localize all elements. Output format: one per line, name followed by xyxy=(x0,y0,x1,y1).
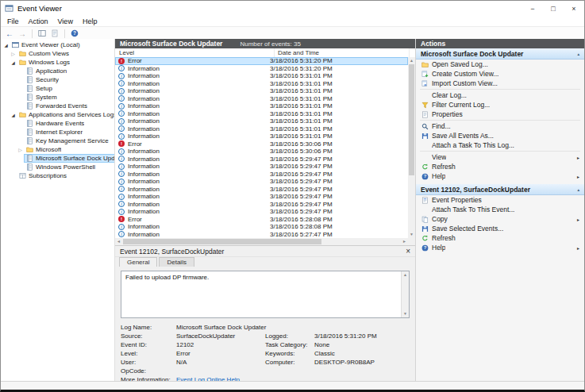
action-attach-task-to-this-event[interactable]: Attach Task To This Event... xyxy=(416,205,584,214)
menu-file[interactable]: File xyxy=(2,17,24,25)
event-row[interactable]: iInformation3/18/2016 5:29:47 PM xyxy=(115,156,408,163)
tree-expanded-arrow-icon[interactable]: ◢ xyxy=(2,43,10,48)
event-row[interactable]: iInformation3/18/2016 5:28:08 PM xyxy=(115,223,408,231)
scroll-up-icon[interactable]: ▲ xyxy=(408,57,415,64)
tree-collapsed-arrow-icon[interactable]: ▷ xyxy=(17,147,24,152)
tree-item-application[interactable]: Application xyxy=(1,67,114,75)
help-icon[interactable]: ? xyxy=(70,29,79,38)
event-description[interactable]: Failed to upload DP firmware. ▲ ▼ xyxy=(121,271,410,318)
action-import-custom-view[interactable]: Import Custom View... xyxy=(416,79,584,88)
action-event-properties[interactable]: Event Properties xyxy=(416,195,584,205)
close-preview-icon[interactable]: × xyxy=(406,246,410,256)
tree-item-core[interactable]: Setup xyxy=(24,84,55,93)
menu-help[interactable]: Help xyxy=(78,17,102,25)
scroll-down-icon[interactable]: ▼ xyxy=(408,231,415,238)
event-row[interactable]: iInformation3/18/2016 5:31:01 PM xyxy=(115,72,408,80)
tree-item-custom-views[interactable]: ▷Custom Views xyxy=(1,49,114,58)
event-row[interactable]: iInformation3/18/2016 5:31:01 PM xyxy=(115,110,408,118)
menu-view[interactable]: View xyxy=(53,17,78,25)
forward-icon[interactable]: → xyxy=(17,29,27,38)
action-view[interactable]: View▸ xyxy=(416,152,584,162)
tree-item-core[interactable]: Windows PowerShell xyxy=(24,163,98,171)
vertical-scrollbar-thumb[interactable] xyxy=(409,64,414,175)
action-save-selected-events[interactable]: Save Selected Events... xyxy=(416,224,584,233)
action-refresh[interactable]: Refresh xyxy=(416,233,584,243)
event-row[interactable]: iInformation3/18/2016 5:31:01 PM xyxy=(115,95,408,103)
action-properties[interactable]: Properties xyxy=(416,110,584,119)
tree-item-key-management-service[interactable]: Key Management Service xyxy=(1,136,114,145)
action-attach-a-task-to-this-log[interactable]: Attach a Task To This Log... xyxy=(416,140,584,150)
message-scrollbar[interactable]: ▲ ▼ xyxy=(401,271,409,317)
close-button[interactable]: × xyxy=(564,1,584,16)
tree-expanded-arrow-icon[interactable]: ◢ xyxy=(10,60,17,65)
tree-expanded-arrow-icon[interactable]: ◢ xyxy=(10,113,17,117)
tree-item-security[interactable]: Security xyxy=(1,75,114,84)
event-row[interactable]: iInformation3/18/2016 5:30:06 PM xyxy=(115,148,408,156)
scroll-up-icon[interactable]: ▲ xyxy=(402,271,409,279)
event-row[interactable]: iInformation3/18/2016 5:29:47 PM xyxy=(115,178,408,186)
titlebar[interactable]: Event Viewer − □ × xyxy=(1,1,584,17)
event-row[interactable]: iInformation3/18/2016 5:29:47 PM xyxy=(115,201,408,209)
tree-item-internet-explorer[interactable]: Internet Explorer xyxy=(1,128,114,136)
tree-item-setup[interactable]: Setup xyxy=(1,84,114,93)
export-list-icon[interactable] xyxy=(50,29,60,38)
tree-item-core[interactable]: Event Viewer (Local) xyxy=(10,40,83,49)
event-row[interactable]: !Error3/18/2016 5:28:08 PM xyxy=(115,216,408,224)
action-refresh[interactable]: Refresh xyxy=(416,162,584,171)
event-row[interactable]: iInformation3/18/2016 5:31:01 PM xyxy=(115,80,408,88)
actions-section-header-event-12102-surfacedockupdater[interactable]: Event 12102, SurfaceDockUpdater▴ xyxy=(416,184,584,195)
tree-item-core[interactable]: Forwarded Events xyxy=(24,102,90,110)
tree-item-microsoft-surface-dock-updater[interactable]: Microsoft Surface Dock Updater xyxy=(1,154,114,163)
actions-section-header-microsoft-surface-dock-updater[interactable]: Microsoft Surface Dock Updater▴ xyxy=(416,48,584,60)
back-icon[interactable]: ← xyxy=(5,29,14,38)
tree-item-system[interactable]: System xyxy=(1,93,114,102)
tree-item-event-viewer-local[interactable]: ◢Event Viewer (Local) xyxy=(1,40,114,49)
tree-item-applications-and-services-logs[interactable]: ◢Applications and Services Logs xyxy=(1,110,114,119)
maximize-button[interactable]: □ xyxy=(543,1,564,16)
action-help[interactable]: ?Help▸ xyxy=(416,171,584,181)
collapse-chevron-icon[interactable]: ▴ xyxy=(577,52,579,56)
tree-item-core[interactable]: System xyxy=(24,93,60,102)
action-help[interactable]: ?Help▸ xyxy=(416,243,584,252)
tree-item-hardware-events[interactable]: Hardware Events xyxy=(1,119,114,128)
event-row[interactable]: iInformation3/18/2016 5:29:47 PM xyxy=(115,163,408,171)
tree-item-core[interactable]: Applications and Services Logs xyxy=(17,110,115,119)
event-row[interactable]: iInformation3/18/2016 5:29:47 PM xyxy=(115,208,408,216)
event-row[interactable]: iInformation3/18/2016 5:29:47 PM xyxy=(115,171,408,179)
collapse-chevron-icon[interactable]: ▴ xyxy=(577,187,579,192)
tree-item-core[interactable]: Hardware Events xyxy=(24,119,87,128)
event-row[interactable]: iInformation3/18/2016 5:31:01 PM xyxy=(115,87,408,95)
event-row[interactable]: iInformation3/18/2016 5:29:47 PM xyxy=(115,193,408,201)
action-open-saved-log[interactable]: Open Saved Log... xyxy=(416,60,584,69)
minimize-button[interactable]: − xyxy=(522,1,543,16)
tree-item-windows-powershell[interactable]: Windows PowerShell xyxy=(1,163,114,171)
event-row[interactable]: iInformation3/18/2016 5:31:20 PM xyxy=(115,65,408,73)
event-row[interactable]: !Error3/18/2016 5:31:20 PM xyxy=(115,57,408,65)
event-row[interactable]: iInformation3/18/2016 5:27:47 PM xyxy=(115,231,408,239)
tree-item-forwarded-events[interactable]: Forwarded Events xyxy=(1,102,114,110)
vertical-scrollbar[interactable]: ▲ ▼ xyxy=(408,57,415,238)
action-copy[interactable]: Copy▸ xyxy=(416,214,584,224)
action-save-all-events-as[interactable]: Save All Events As... xyxy=(416,131,584,140)
event-row[interactable]: iInformation3/18/2016 5:31:01 PM xyxy=(115,102,408,110)
event-row[interactable]: iInformation3/18/2016 5:31:01 PM xyxy=(115,133,408,140)
tree-item-core[interactable]: Internet Explorer xyxy=(24,128,85,136)
event-row[interactable]: iInformation3/18/2016 5:31:01 PM xyxy=(115,125,408,133)
action-filter-current-log[interactable]: Filter Current Log... xyxy=(416,100,584,110)
tree-collapsed-arrow-icon[interactable]: ▷ xyxy=(10,51,17,56)
column-header-level[interactable]: Level xyxy=(115,48,275,57)
tree-item-core[interactable]: Custom Views xyxy=(17,49,71,58)
tree-item-core[interactable]: Microsoft Surface Dock Updater xyxy=(24,154,115,163)
tree-item-core[interactable]: Windows Logs xyxy=(17,58,72,67)
tree-item-core[interactable]: Subscriptions xyxy=(17,171,69,180)
column-header-date[interactable]: Date and Time xyxy=(275,48,410,57)
action-find[interactable]: Find... xyxy=(416,121,584,131)
action-clear-log[interactable]: Clear Log... xyxy=(416,90,584,100)
tree-item-core[interactable]: Application xyxy=(24,67,69,75)
event-row[interactable]: iInformation3/18/2016 5:31:01 PM xyxy=(115,117,408,125)
horizontal-scrollbar-thumb[interactable] xyxy=(123,239,321,244)
horizontal-scrollbar[interactable]: ◄ ► xyxy=(115,238,408,245)
tree-item-core[interactable]: Key Management Service xyxy=(24,136,111,145)
tree-item-subscriptions[interactable]: Subscriptions xyxy=(1,171,114,180)
menu-action[interactable]: Action xyxy=(24,17,53,25)
